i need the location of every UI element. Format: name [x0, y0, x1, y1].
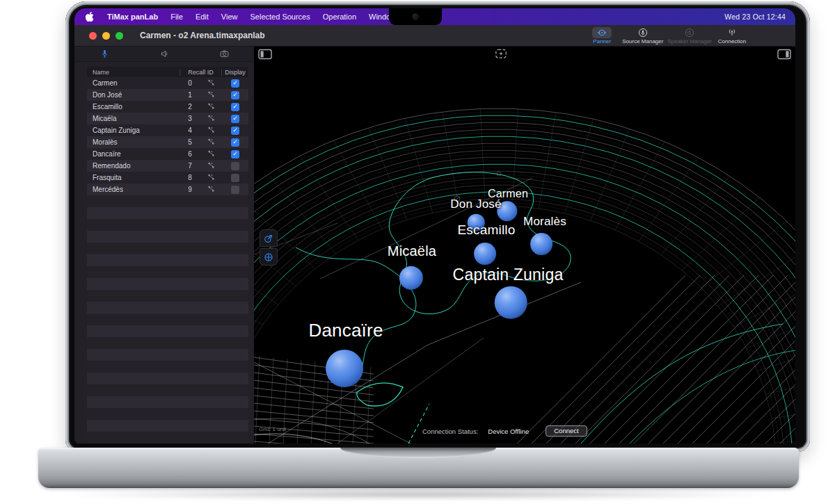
table-row-empty: [87, 254, 248, 266]
toolbar-button-label: Source Manager: [622, 38, 663, 44]
recall-id: 8: [180, 174, 200, 181]
connection-button[interactable]: Connection: [716, 27, 748, 44]
trajectory-icon[interactable]: [200, 150, 222, 158]
recall-id: 4: [180, 127, 200, 134]
display-checkbox[interactable]: [231, 174, 239, 182]
table-row[interactable]: Frasquita8: [87, 172, 248, 184]
column-header-name[interactable]: Name: [87, 69, 180, 76]
toggle-left-panel-icon[interactable]: [258, 49, 272, 59]
connection-status-bar: Connection Status: Device Offline Connec…: [422, 425, 587, 437]
table-row[interactable]: Escamillo2✓: [87, 101, 248, 113]
recall-id: 2: [180, 103, 200, 111]
toolbar-button-label: Speaker Manager: [667, 38, 712, 44]
menu-app-name[interactable]: TiMax panLab: [101, 13, 164, 21]
display-checkbox[interactable]: ✓: [231, 138, 239, 147]
trajectory-icon[interactable]: [200, 91, 222, 99]
display-checkbox[interactable]: [231, 186, 239, 194]
grid-hint: Grid: 1 unit: [259, 426, 286, 432]
table-header: Name Recall ID Display: [87, 67, 248, 77]
microphone-tab[interactable]: [74, 49, 134, 58]
traffic-lights: [74, 32, 123, 40]
display-checkbox[interactable]: ✓: [231, 103, 239, 111]
source-icon: [633, 27, 653, 38]
trajectory-icon[interactable]: [200, 103, 222, 111]
display-checkbox[interactable]: ✓: [231, 91, 239, 99]
camera-icon: [413, 14, 419, 20]
table-row-empty: [87, 302, 248, 314]
source-label: Captain Zuniga: [453, 266, 564, 284]
menu-item-edit[interactable]: Edit: [189, 13, 215, 21]
table-row-empty: [87, 408, 248, 420]
laptop-lid-scoop: [340, 448, 496, 458]
camera-tab[interactable]: [194, 49, 254, 58]
laptop-shadow: [59, 489, 776, 499]
source-sphere[interactable]: [530, 233, 552, 255]
table-row-empty: [87, 219, 248, 231]
display-checkbox[interactable]: ✓: [231, 115, 239, 123]
connection-status-label: Connection Status:: [422, 428, 478, 435]
mic-icon: [100, 49, 109, 58]
table-row[interactable]: Don José1✓: [87, 89, 248, 101]
trajectory-icon[interactable]: [200, 162, 222, 170]
display-checkbox[interactable]: ✓: [231, 127, 239, 135]
speaker-tab[interactable]: [134, 49, 194, 58]
table-row[interactable]: Dancaïre6✓: [87, 148, 248, 160]
source-name: Escamillo: [87, 103, 180, 111]
display-checkbox[interactable]: ✓: [231, 79, 239, 88]
table-row-empty: [87, 432, 248, 444]
laptop-base: [38, 448, 799, 488]
screen: TiMax panLab FileEditViewSelected Source…: [74, 8, 795, 444]
source-name: Don José: [87, 91, 180, 99]
connect-button[interactable]: Connect: [546, 425, 587, 437]
display-checkbox[interactable]: ✓: [231, 150, 239, 158]
source-sphere[interactable]: [326, 350, 363, 387]
source-label: Escamillo: [457, 222, 515, 238]
source-name: Moralès: [87, 138, 180, 146]
viewport-tools: [260, 229, 278, 266]
menu-item-selected-sources[interactable]: Selected Sources: [244, 13, 317, 21]
recall-id: 7: [180, 162, 200, 170]
column-header-recall-id[interactable]: Recall ID: [180, 69, 222, 76]
world-orientation-tool-button[interactable]: [260, 248, 278, 266]
trajectory-icon[interactable]: [200, 174, 222, 181]
source-name: Frasquita: [87, 174, 180, 181]
menu-item-file[interactable]: File: [164, 13, 189, 21]
minimize-button[interactable]: [102, 32, 110, 40]
source-name: Captain Zuniga: [87, 127, 180, 134]
trajectory-icon[interactable]: [200, 138, 222, 146]
trajectory-icon[interactable]: [200, 79, 222, 87]
trajectory-icon[interactable]: [200, 127, 222, 134]
source-manager-button[interactable]: Source Manager: [622, 27, 663, 44]
menu-item-view[interactable]: View: [215, 13, 244, 21]
table-row[interactable]: Remendado7: [87, 160, 248, 172]
zoom-button[interactable]: [116, 32, 123, 40]
table-row-empty: [87, 243, 248, 254]
table-row[interactable]: Mercédès9: [87, 184, 248, 195]
apple-menu[interactable]: [74, 12, 101, 22]
menu-item-operation[interactable]: Operation: [317, 13, 363, 21]
speakerbtn-icon: [680, 27, 699, 38]
source-label: Dancaïre: [308, 320, 383, 341]
camera-icon: [220, 49, 229, 58]
speaker-manager-button: Speaker Manager: [667, 27, 712, 44]
panner-viewport[interactable]: CarmenDon JoséEscamilloMicaëlaCaptain Zu…: [254, 46, 795, 444]
toggle-right-panel-icon[interactable]: [777, 49, 791, 59]
trajectory-icon[interactable]: [200, 115, 222, 122]
close-button[interactable]: [89, 32, 97, 40]
table-row[interactable]: Carmen0✓: [87, 77, 248, 89]
column-header-display[interactable]: Display: [222, 69, 248, 76]
source-label: Don José: [450, 197, 501, 211]
table-row[interactable]: Moralès5✓: [87, 136, 248, 148]
table-row[interactable]: Micaëla3✓: [87, 113, 248, 124]
source-sphere[interactable]: [474, 243, 496, 265]
trajectory-icon[interactable]: [200, 186, 222, 193]
pan-beam-tool-button[interactable]: [260, 229, 278, 247]
display-checkbox[interactable]: [231, 162, 239, 170]
recenter-target-icon[interactable]: [495, 49, 507, 59]
table-row[interactable]: Captain Zuniga4✓: [87, 124, 248, 136]
panner-button[interactable]: Panner: [586, 27, 618, 44]
menu-clock[interactable]: Wed 23 Oct 12:44: [724, 13, 795, 21]
source-sphere[interactable]: [495, 286, 527, 319]
source-name: Carmen: [87, 79, 180, 87]
display-notch: [389, 8, 442, 25]
